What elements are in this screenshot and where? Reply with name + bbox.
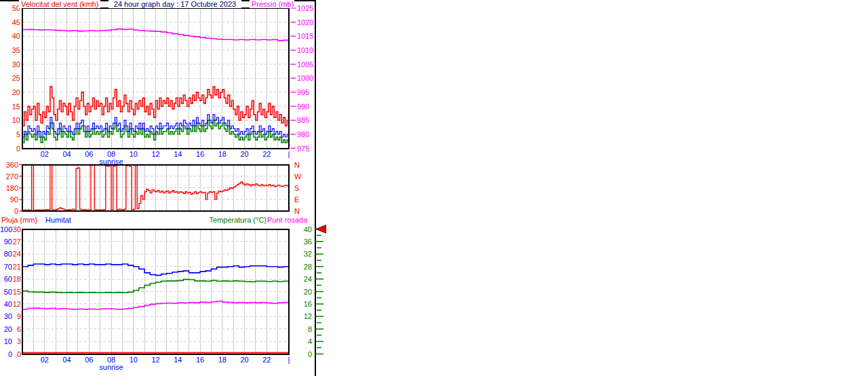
sunrise-label-bottom: sunrise bbox=[95, 363, 127, 371]
weather-24h-graph-page: 5045403530252015105010251020101510101005… bbox=[0, 0, 868, 376]
dewpoint-axis-title: Punt rosada bbox=[267, 216, 307, 224]
rain-axis-title: Pluja (mm) bbox=[1, 216, 37, 224]
wind-axis-title: Velocitat del vent (kmh) bbox=[19, 0, 100, 8]
humidity-axis-title: Humitat bbox=[45, 216, 71, 224]
temperature-axis-title: Temperatura (°C) bbox=[176, 216, 267, 224]
pressure-axis-title: Pressió (mb) bbox=[250, 0, 294, 8]
current-value-marker-icon bbox=[316, 225, 326, 233]
graphs-svg bbox=[0, 0, 868, 376]
graph-title: 24 hour graph day : 17 Octubre 2023 bbox=[108, 0, 241, 8]
sunrise-label-top: sunrise bbox=[95, 157, 127, 166]
